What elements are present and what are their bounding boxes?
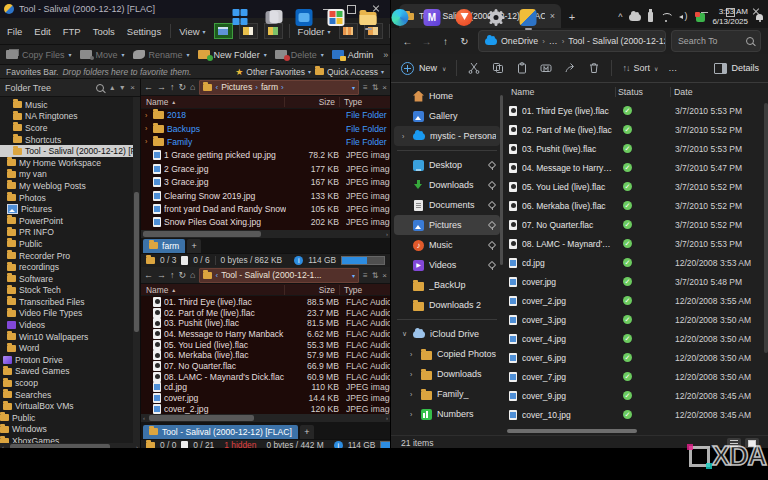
tree-item-xboxgames[interactable]: XboxGames: [0, 435, 140, 443]
file-row-cover-6-jpg[interactable]: cover_6.jpg12/20/2008 3:50 AM: [503, 348, 768, 367]
close-pane-icon[interactable]: ×: [382, 271, 387, 280]
share-button[interactable]: [563, 62, 577, 74]
file-row-2-grace-jpg[interactable]: 2 Grace.jpg177 KBJPEG image: [141, 162, 390, 175]
sidebar-item-backup[interactable]: _BackUp: [394, 275, 500, 295]
tree-item-my-weblog-posts[interactable]: My Weblog Posts: [0, 180, 140, 192]
view-menu[interactable]: View▾: [177, 26, 207, 37]
file-row-3-grace-jpg[interactable]: 3 Grace.jpg167 KBJPEG image: [141, 175, 390, 188]
tree-item-win10-wallpapers[interactable]: Win10 Wallpapers: [0, 331, 140, 343]
tray-app-icon[interactable]: [696, 13, 705, 22]
file-row-snow-piles-goat-xing-jpg[interactable]: Snow Piles Goat Xing.jpg202 KBJPEG image: [141, 216, 390, 229]
expand-icon[interactable]: ›: [145, 125, 150, 132]
tree-item-score[interactable]: Score: [0, 122, 140, 134]
tree-item-recordings[interactable]: recordings: [0, 261, 140, 273]
up-icon[interactable]: ↑: [170, 270, 175, 280]
forward-icon[interactable]: →: [418, 36, 435, 47]
move-button[interactable]: Move▾: [80, 50, 125, 60]
proton-mail-taskbar-icon[interactable]: M: [419, 3, 446, 31]
file-row-backups[interactable]: ›BackupsFile Folder: [141, 122, 390, 135]
file-row-2018[interactable]: ›2018File Folder: [141, 109, 390, 122]
expander-icon[interactable]: ›: [410, 411, 416, 418]
home-icon[interactable]: ⌂: [190, 270, 195, 280]
store-taskbar-icon[interactable]: [323, 3, 350, 31]
start-taskbar-icon[interactable]: [227, 3, 254, 31]
menu-settings[interactable]: Settings: [124, 26, 164, 37]
thumbnail-view-button[interactable]: [745, 438, 759, 449]
refresh-icon[interactable]: ↻: [179, 270, 187, 280]
menu-edit[interactable]: Edit: [31, 26, 53, 37]
swap-panes-icon[interactable]: ⇅: [372, 83, 379, 92]
column-name[interactable]: Name▲: [141, 97, 285, 107]
tab-tool-salival[interactable]: Tool - Salival (2000-12-12) [FLAC]: [143, 425, 298, 439]
file-row-cover-jpg[interactable]: cover.jpg3/7/2010 5:48 PM: [503, 272, 768, 291]
new-folder-button[interactable]: New Folder▾: [198, 50, 267, 60]
tree-item-videos[interactable]: Videos: [0, 319, 140, 331]
home-icon[interactable]: ⌂: [190, 82, 195, 92]
back-icon[interactable]: ←: [144, 270, 153, 280]
back-icon[interactable]: ←: [144, 82, 153, 92]
expander-icon[interactable]: ›: [402, 133, 408, 140]
copy-files-button[interactable]: Copy Files▾: [6, 50, 72, 60]
tree-horizontal-scrollbar[interactable]: ‹ ›: [0, 443, 140, 448]
forward-icon[interactable]: →: [157, 82, 166, 92]
sidebar-item-downloads[interactable]: ›Downloads: [394, 364, 500, 384]
file-row-cover-4-jpg[interactable]: cover_4.jpg12/20/2008 3:50 AM: [503, 329, 768, 348]
file-row-cover-10-jpg[interactable]: cover_10.jpg12/20/2008 3:45 AM: [503, 405, 768, 424]
file-row-front-yard-dad-and-randy-snow-removal-jpg[interactable]: front yard Dad and Randy Snow Removal.jp…: [141, 202, 390, 215]
column-type[interactable]: Type: [340, 285, 390, 295]
volume-icon[interactable]: [679, 13, 689, 22]
tree-item-recorder-pro[interactable]: Recorder Pro: [0, 250, 140, 262]
file-row-cover-2-jpg[interactable]: cover_2.jpg12/20/2008 3:55 AM: [503, 291, 768, 310]
onedrive-tray-icon[interactable]: [629, 14, 641, 21]
delete-button[interactable]: [587, 62, 601, 74]
tree-item-windows[interactable]: Windows: [0, 424, 140, 436]
column-size[interactable]: Size: [285, 97, 340, 107]
breadcrumb-segment-pictures[interactable]: Pictures: [221, 82, 252, 92]
back-icon[interactable]: ←: [399, 36, 416, 47]
tree-item-public[interactable]: Public: [0, 412, 140, 424]
tree-item-saved-games[interactable]: Saved Games: [0, 366, 140, 378]
file-explorer-taskbar-icon[interactable]: [355, 3, 382, 31]
file-row-cover-2-jpg[interactable]: cover_2.jpg120 KBJPEG image: [141, 403, 390, 414]
tab-farm[interactable]: farm: [143, 239, 185, 253]
file-row-cover-jpg[interactable]: cover.jpg14.4 KBJPEG image: [141, 393, 390, 404]
tree-item-pr-info[interactable]: PR INFO: [0, 227, 140, 239]
copy-button[interactable]: [491, 62, 505, 74]
breadcrumb-segment-tool-salival-2000-12-1[interactable]: Tool - Salival (2000-12-1...: [221, 270, 321, 280]
tree-item-public[interactable]: Public: [0, 238, 140, 250]
sidebar-item-numbers[interactable]: ›Numbers: [394, 404, 500, 424]
expand-icon[interactable]: ›: [145, 112, 150, 119]
tree-item-photos[interactable]: Photos: [0, 192, 140, 204]
top-breadcrumb[interactable]: ‹Pictures›farm›▾: [199, 80, 358, 95]
details-view-button[interactable]: [727, 438, 741, 449]
column-size[interactable]: Size: [285, 285, 340, 295]
file-row-06-merkaba-live-flac[interactable]: 06. Merkaba (live).flac57.9 MBFLAC Audio…: [141, 350, 390, 361]
sidebar-item-family[interactable]: ›Family_: [394, 384, 500, 404]
info-icon[interactable]: i: [334, 441, 343, 448]
menu-file[interactable]: File: [4, 26, 25, 37]
file-row-cover-7-jpg[interactable]: cover_7.jpg12/20/2008 3:50 AM: [503, 367, 768, 386]
tree-item-word[interactable]: Word: [0, 342, 140, 354]
tree-item-pictures[interactable]: Pictures: [0, 203, 140, 215]
file-row-cd-jpg[interactable]: cd.jpg110 KBJPEG image: [141, 382, 390, 393]
sidebar-item-pictures[interactable]: Pictures: [394, 215, 500, 235]
file-row-05-you-lied-live-flac[interactable]: 05. You Lied (live).flac55.3 MBFLAC Audi…: [141, 339, 390, 350]
file-row-03-pushit-live-flac[interactable]: 03. Pushit (live).flac81.5 MBFLAC Audio …: [141, 318, 390, 329]
sidebar-item-mystic-personal[interactable]: ›mystic - Personal: [394, 126, 500, 146]
sidebar-item-home[interactable]: Home: [394, 86, 500, 106]
admin-button[interactable]: Admin: [332, 50, 374, 60]
up-icon[interactable]: ↑: [437, 36, 454, 47]
brave-taskbar-icon[interactable]: [451, 3, 478, 31]
command-bar-overflow[interactable]: »: [381, 50, 390, 60]
tree-item-proton-drive[interactable]: Proton Drive: [0, 354, 140, 366]
expander-icon[interactable]: ∨: [402, 330, 408, 338]
task-view-taskbar-icon[interactable]: [259, 3, 286, 31]
sidebar-item-downloads[interactable]: Downloads: [394, 175, 500, 195]
column-name[interactable]: Name: [503, 87, 615, 97]
tree-item-na-ringtones[interactable]: NA Ringtones: [0, 111, 140, 123]
tree-item-video-file-types[interactable]: Video File Types: [0, 308, 140, 320]
sidebar-item-icloud-drive[interactable]: ∨iCloud Drive: [394, 324, 500, 344]
sidebar-item-desktop[interactable]: Desktop: [394, 155, 500, 175]
sidebar-item-downloads-2[interactable]: Downloads 2: [394, 295, 500, 315]
sidebar-item-videos[interactable]: ▶Videos: [394, 255, 500, 275]
